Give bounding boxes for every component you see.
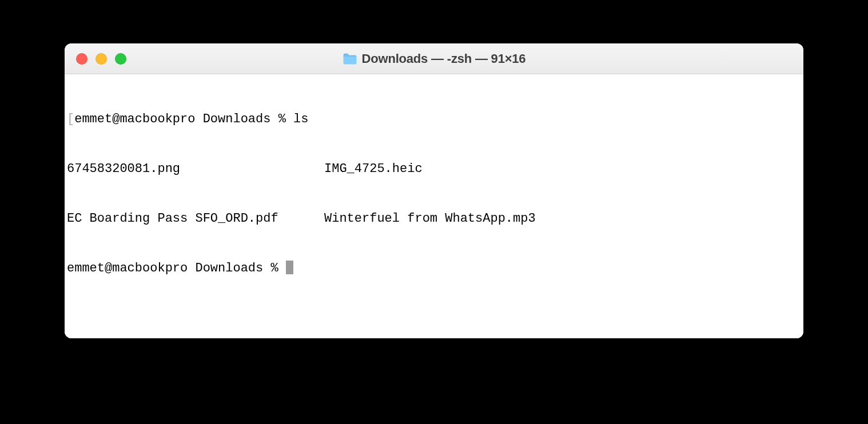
minimize-button[interactable] [95, 53, 107, 65]
traffic-lights [76, 53, 126, 65]
title-center: Downloads — -zsh — 91×16 [65, 51, 803, 66]
titlebar[interactable]: Downloads — -zsh — 91×16 [65, 43, 803, 74]
ls-output-row-1: 67458320081.pngIMG_4725.heic [67, 161, 801, 177]
zoom-button[interactable] [115, 53, 126, 65]
ls-file-1: 67458320081.png [67, 161, 324, 177]
folder-icon [343, 53, 357, 65]
prompt-line-1: [emmet@macbookpro Downloads % ls [67, 111, 801, 127]
ls-output-row-2: EC Boarding Pass SFO_ORD.pdfWinterfuel f… [67, 210, 801, 227]
ls-file-2: IMG_4725.heic [324, 161, 801, 177]
terminal-window: Downloads — -zsh — 91×16 [emmet@macbookp… [65, 43, 803, 338]
window-title: Downloads — -zsh — 91×16 [362, 51, 526, 66]
prompt-bracket: [ [67, 112, 74, 126]
terminal-body[interactable]: [emmet@macbookpro Downloads % ls 6745832… [65, 74, 803, 338]
cursor [286, 261, 293, 274]
prompt-2-text: emmet@macbookpro Downloads % [67, 261, 286, 275]
ls-file-3: EC Boarding Pass SFO_ORD.pdf [67, 210, 324, 227]
ls-file-4: Winterfuel from WhatsApp.mp3 [324, 210, 801, 227]
prompt-line-2: emmet@macbookpro Downloads % [67, 260, 801, 277]
close-button[interactable] [76, 53, 87, 65]
prompt-1-text: emmet@macbookpro Downloads % ls [74, 112, 308, 126]
